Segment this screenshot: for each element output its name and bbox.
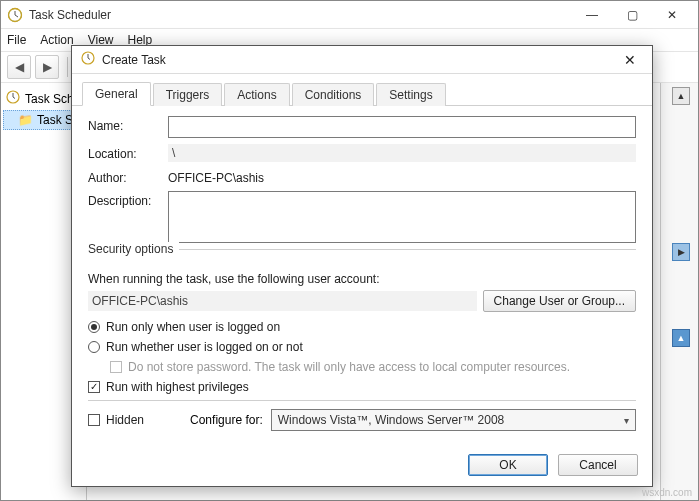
location-label: Location: bbox=[88, 144, 168, 161]
maximize-button[interactable]: ▢ bbox=[612, 1, 652, 29]
close-button[interactable]: ✕ bbox=[652, 1, 692, 29]
tab-conditions[interactable]: Conditions bbox=[292, 83, 375, 106]
description-input[interactable] bbox=[168, 191, 636, 243]
checkbox-icon: ✓ bbox=[88, 381, 100, 393]
configure-for-label: Configure for: bbox=[190, 413, 263, 427]
tab-general[interactable]: General bbox=[82, 82, 151, 106]
tab-triggers[interactable]: Triggers bbox=[153, 83, 223, 106]
radio-icon bbox=[88, 321, 100, 333]
toolbar-separator bbox=[67, 57, 68, 77]
configure-for-value: Windows Vista™, Windows Server™ 2008 bbox=[278, 413, 505, 427]
clock-icon bbox=[7, 7, 23, 23]
clock-icon bbox=[5, 89, 21, 108]
tabstrip: General Triggers Actions Conditions Sett… bbox=[72, 80, 652, 106]
radio-label: Run whether user is logged on or not bbox=[106, 340, 303, 354]
minimize-button[interactable]: — bbox=[572, 1, 612, 29]
when-running-text: When running the task, use the following… bbox=[88, 272, 636, 286]
security-group-label: Security options bbox=[88, 242, 179, 256]
radio-icon bbox=[88, 341, 100, 353]
checkbox-label: Run with highest privileges bbox=[106, 380, 249, 394]
tab-actions[interactable]: Actions bbox=[224, 83, 289, 106]
menu-file[interactable]: File bbox=[7, 33, 26, 47]
dialog-footer: OK Cancel bbox=[468, 454, 638, 476]
checkbox-icon bbox=[110, 361, 122, 373]
tree-item-label: Task S bbox=[37, 113, 73, 127]
radio-run-logged-or-not[interactable]: Run whether user is logged on or not bbox=[88, 340, 636, 354]
name-input[interactable] bbox=[168, 116, 636, 138]
main-titlebar: Task Scheduler — ▢ ✕ bbox=[1, 1, 698, 29]
scroll-up-button[interactable]: ▲ bbox=[672, 87, 690, 105]
configure-for-combobox[interactable]: Windows Vista™, Windows Server™ 2008 ▾ bbox=[271, 409, 636, 431]
name-label: Name: bbox=[88, 116, 168, 133]
description-label: Description: bbox=[88, 191, 168, 208]
create-task-dialog: Create Task ✕ General Triggers Actions C… bbox=[71, 45, 653, 487]
folder-icon: 📁 bbox=[18, 113, 33, 127]
watermark: wsxdn.com bbox=[642, 487, 692, 498]
checkbox-hidden[interactable]: Hidden bbox=[88, 413, 144, 427]
scroll-up-button-2[interactable]: ▲ bbox=[672, 329, 690, 347]
radio-run-logged-on[interactable]: Run only when user is logged on bbox=[88, 320, 636, 334]
security-group: Security options bbox=[88, 249, 636, 264]
divider bbox=[88, 400, 636, 401]
tab-settings[interactable]: Settings bbox=[376, 83, 445, 106]
cancel-button[interactable]: Cancel bbox=[558, 454, 638, 476]
author-value: OFFICE-PC\ashis bbox=[168, 168, 636, 185]
nav-back-button[interactable]: ◀ bbox=[7, 55, 31, 79]
clock-icon bbox=[80, 50, 96, 69]
checkbox-label: Hidden bbox=[106, 413, 144, 427]
dialog-title: Create Task bbox=[102, 53, 616, 67]
actions-pane: ▲ ▶ ▲ bbox=[660, 83, 698, 500]
task-scheduler-window: Task Scheduler — ▢ ✕ File Action View He… bbox=[0, 0, 699, 501]
checkbox-highest-privileges[interactable]: ✓ Run with highest privileges bbox=[88, 380, 636, 394]
menu-action[interactable]: Action bbox=[40, 33, 73, 47]
author-label: Author: bbox=[88, 168, 168, 185]
checkbox-store-password: Do not store password. The task will onl… bbox=[110, 360, 636, 374]
change-user-button[interactable]: Change User or Group... bbox=[483, 290, 636, 312]
chevron-down-icon: ▾ bbox=[624, 415, 629, 426]
account-value: OFFICE-PC\ashis bbox=[88, 291, 477, 311]
ok-button[interactable]: OK bbox=[468, 454, 548, 476]
dialog-close-button[interactable]: ✕ bbox=[616, 49, 644, 71]
section-collapse-button[interactable]: ▶ bbox=[672, 243, 690, 261]
radio-label: Run only when user is logged on bbox=[106, 320, 280, 334]
checkbox-icon bbox=[88, 414, 100, 426]
dialog-titlebar: Create Task ✕ bbox=[72, 46, 652, 74]
tab-content-general: Name: Location: \ Author: OFFICE-PC\ashi… bbox=[72, 106, 652, 439]
main-window-title: Task Scheduler bbox=[29, 8, 572, 22]
location-value: \ bbox=[168, 144, 636, 162]
nav-forward-button[interactable]: ▶ bbox=[35, 55, 59, 79]
checkbox-label: Do not store password. The task will onl… bbox=[128, 360, 570, 374]
